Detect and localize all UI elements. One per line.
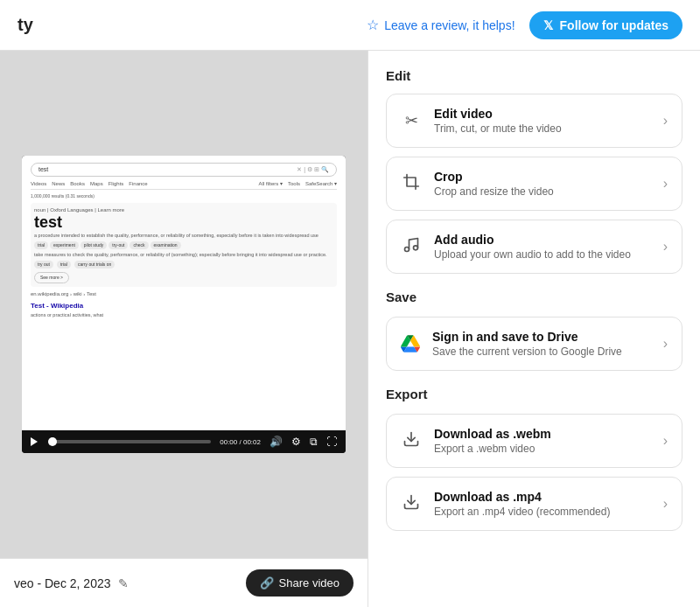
download-mp4-title: Download as .mp4 — [434, 490, 651, 504]
definition-block: noun | Oxford Languages | Learn more tes… — [31, 203, 337, 287]
add-audio-title: Add audio — [434, 233, 651, 247]
wiki-title: Test - Wikipedia — [31, 301, 337, 310]
tag-try-out: try out — [34, 261, 53, 269]
crop-chevron: › — [663, 176, 668, 192]
wiki-desc: actions or practical activities, what — [31, 312, 337, 318]
second-def: take measures to check the quality, perf… — [34, 252, 333, 259]
crop-desc: Crop and resize the video — [434, 185, 651, 198]
save-drive-chevron: › — [663, 336, 668, 352]
verb-tags: try out trial carry out trials on — [34, 261, 333, 269]
star-icon: ☆ — [367, 17, 379, 33]
tab-flights: Flights — [108, 180, 124, 187]
share-button[interactable]: 🔗 Share video — [246, 569, 354, 597]
follow-button[interactable]: 𝕏 Follow for updates — [529, 11, 682, 39]
crop-icon — [401, 173, 422, 195]
tag-pilot: pilot study — [80, 241, 108, 249]
see-more-button: See more > — [34, 272, 69, 283]
pip-icon[interactable]: ⧉ — [310, 436, 318, 448]
save-drive-desc: Save the current version to Google Drive — [432, 345, 651, 358]
save-drive-title: Sign in and save to Drive — [432, 330, 651, 344]
header-actions: ☆ Leave a review, it helps! 𝕏 Follow for… — [367, 11, 682, 39]
download-webm-chevron: › — [663, 433, 668, 449]
save-section-title: Save — [386, 290, 682, 304]
tag-trial-v: trial — [57, 261, 71, 269]
download-mp4-icon — [401, 493, 422, 514]
download-mp4-text: Download as .mp4 Export an .mp4 video (r… — [434, 490, 651, 518]
edit-video-text: Edit video Trim, cut, or mute the video — [434, 107, 651, 135]
crop-text: Crop Crop and resize the video — [434, 170, 651, 198]
video-controls: 00:00 / 00:02 🔊 ⚙ ⧉ ⛶ — [22, 430, 346, 453]
video-content: test ✕ | ⚙ ⊞ 🔍 Videos News Books Maps Fl… — [22, 156, 346, 430]
crop-title: Crop — [434, 170, 651, 184]
synonym-tags: trial experiment pilot study try-out che… — [34, 241, 333, 249]
video-info-bar: veo - Dec 2, 2023 ✎ 🔗 Share video — [0, 558, 368, 607]
all-filters: All filters ▾ — [259, 180, 283, 187]
add-audio-card[interactable]: Add audio Upload your own audio to add t… — [386, 220, 682, 274]
export-section-title: Export — [386, 387, 682, 401]
twitter-icon: 𝕏 — [543, 18, 553, 32]
tab-books: Books — [70, 180, 85, 187]
search-sim: test ✕ | ⚙ ⊞ 🔍 Videos News Books Maps Fl… — [22, 156, 346, 325]
safesearch: SafeSearch ▾ — [305, 180, 337, 187]
download-webm-desc: Export a .webm video — [434, 443, 651, 455]
add-audio-text: Add audio Upload your own audio to add t… — [434, 233, 651, 261]
add-audio-desc: Upload your own audio to add to the vide… — [434, 248, 651, 261]
tag-carry: carry out trials on — [74, 261, 115, 269]
tag-examination: examination — [150, 241, 181, 249]
edit-title-icon[interactable]: ✎ — [118, 576, 129, 590]
crop-card[interactable]: Crop Crop and resize the video › — [386, 157, 682, 211]
download-webm-card[interactable]: Download as .webm Export a .webm video › — [386, 414, 682, 468]
video-title-area: veo - Dec 2, 2023 ✎ — [14, 576, 129, 590]
tab-news: News — [52, 180, 65, 187]
tab-videos: Videos — [31, 180, 46, 187]
edit-video-title: Edit video — [434, 107, 651, 121]
svg-rect-0 — [407, 178, 416, 186]
share-label: Share video — [279, 576, 340, 590]
volume-icon[interactable]: 🔊 — [270, 436, 283, 448]
edit-section-title: Edit — [386, 68, 682, 83]
add-audio-chevron: › — [663, 239, 668, 255]
progress-bar[interactable] — [48, 440, 211, 443]
share-icon: 🔗 — [260, 576, 274, 590]
save-drive-card[interactable]: Sign in and save to Drive Save the curre… — [386, 317, 682, 371]
tag-tryout: try-out — [108, 241, 128, 249]
time-current: 00:00 — [220, 438, 237, 446]
edit-video-card[interactable]: ✂ Edit video Trim, cut, or mute the vide… — [386, 94, 682, 148]
tab-maps: Maps — [90, 180, 103, 187]
settings-icon[interactable]: ⚙ — [291, 436, 301, 448]
svg-point-1 — [405, 247, 410, 251]
main-layout: test ✕ | ⚙ ⊞ 🔍 Videos News Books Maps Fl… — [0, 51, 700, 607]
progress-dot — [48, 437, 57, 446]
follow-label: Follow for updates — [560, 18, 668, 32]
play-button[interactable] — [31, 437, 39, 446]
tag-experiment: experiment — [50, 241, 79, 249]
video-screen: test ✕ | ⚙ ⊞ 🔍 Videos News Books Maps Fl… — [22, 156, 346, 453]
definition-text: a procedure intended to establish the qu… — [34, 233, 333, 240]
left-panel: test ✕ | ⚙ ⊞ 🔍 Videos News Books Maps Fl… — [0, 51, 368, 607]
right-panel: Edit ✂ Edit video Trim, cut, or mute the… — [368, 51, 700, 607]
leave-review-label: Leave a review, it helps! — [384, 18, 514, 32]
fullscreen-icon[interactable]: ⛶ — [326, 436, 337, 448]
download-mp4-chevron: › — [663, 496, 668, 512]
download-mp4-card[interactable]: Download as .mp4 Export an .mp4 video (r… — [386, 477, 682, 531]
leave-review-link[interactable]: ☆ Leave a review, it helps! — [367, 17, 514, 33]
time-total: 00:02 — [243, 438, 261, 446]
wiki-url: en.wikipedia.org › wiki › Test — [31, 290, 337, 297]
audio-icon — [401, 236, 422, 258]
tools: Tools — [288, 180, 300, 187]
edit-video-chevron: › — [663, 113, 668, 129]
header: ty ☆ Leave a review, it helps! 𝕏 Follow … — [0, 0, 700, 51]
save-drive-text: Sign in and save to Drive Save the curre… — [432, 330, 651, 358]
tag-check: check — [130, 241, 148, 249]
google-drive-icon — [401, 334, 420, 353]
definition-word: test — [34, 214, 333, 230]
video-title: veo - Dec 2, 2023 — [14, 576, 111, 590]
result-count: 1,000,000 results (0.31 seconds) — [31, 193, 337, 199]
svg-point-2 — [414, 245, 418, 249]
video-container: test ✕ | ⚙ ⊞ 🔍 Videos News Books Maps Fl… — [0, 51, 368, 558]
search-query-display: test — [38, 165, 297, 174]
wiki-result: en.wikipedia.org › wiki › Test Test - Wi… — [31, 290, 337, 318]
scissors-icon: ✂ — [401, 111, 422, 130]
tag-trial: trial — [34, 241, 48, 249]
download-webm-text: Download as .webm Export a .webm video — [434, 427, 651, 455]
